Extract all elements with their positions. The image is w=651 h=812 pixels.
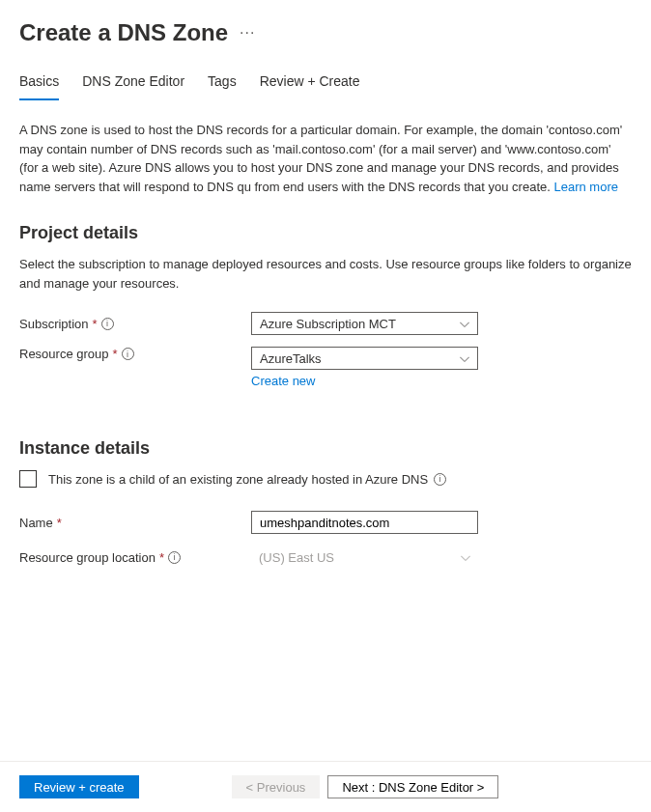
info-icon[interactable]: i [168, 551, 181, 564]
name-label: Name * [19, 516, 251, 530]
child-zone-label-text: This zone is a child of an existing zone… [48, 472, 428, 487]
subscription-select[interactable]: Azure Subscription MCT [251, 312, 478, 335]
required-indicator: * [159, 550, 164, 565]
more-actions-icon[interactable]: ··· [240, 24, 255, 42]
chevron-down-icon [460, 317, 469, 331]
tab-review-create[interactable]: Review + Create [260, 73, 360, 100]
location-value: (US) East US [259, 550, 334, 565]
tab-dns-zone-editor[interactable]: DNS Zone Editor [82, 73, 184, 100]
required-indicator: * [57, 516, 62, 530]
name-label-text: Name [19, 516, 53, 530]
resource-group-select[interactable]: AzureTalks [251, 347, 478, 370]
tabs-container: Basics DNS Zone Editor Tags Review + Cre… [0, 62, 651, 101]
project-details-title: Project details [19, 223, 632, 243]
required-indicator: * [93, 317, 98, 331]
resource-group-label: Resource group * i [19, 347, 251, 361]
chevron-down-icon [460, 351, 469, 366]
create-new-link[interactable]: Create new [251, 374, 478, 388]
learn-more-link[interactable]: Learn more [553, 180, 617, 194]
next-button[interactable]: Next : DNS Zone Editor > [327, 775, 498, 798]
resource-group-label-text: Resource group [19, 347, 109, 361]
instance-details-title: Instance details [19, 438, 632, 459]
info-icon[interactable]: i [122, 348, 134, 360]
zone-description: A DNS zone is used to host the DNS recor… [19, 121, 632, 196]
info-icon[interactable]: i [101, 318, 114, 330]
info-icon[interactable]: i [434, 473, 446, 486]
tab-basics[interactable]: Basics [19, 73, 59, 100]
child-zone-label: This zone is a child of an existing zone… [48, 472, 446, 487]
page-title: Create a DNS Zone [19, 19, 228, 46]
location-label: Resource group location * i [19, 550, 251, 565]
location-select: (US) East US [251, 546, 478, 569]
chevron-down-icon [461, 550, 470, 565]
subscription-label-text: Subscription [19, 317, 89, 331]
subscription-label: Subscription * i [19, 317, 251, 331]
footer: Review + create < Previous Next : DNS Zo… [0, 761, 651, 812]
description-text: A DNS zone is used to host the DNS recor… [19, 123, 622, 194]
previous-button: < Previous [232, 775, 321, 798]
resource-group-value: AzureTalks [260, 351, 322, 366]
name-input[interactable] [251, 511, 478, 534]
project-details-description: Select the subscription to manage deploy… [19, 255, 632, 293]
tab-tags[interactable]: Tags [208, 73, 237, 100]
child-zone-checkbox[interactable] [19, 470, 37, 488]
location-label-text: Resource group location [19, 550, 156, 565]
subscription-value: Azure Subscription MCT [260, 317, 396, 331]
required-indicator: * [113, 347, 118, 361]
review-create-button[interactable]: Review + create [19, 775, 139, 798]
